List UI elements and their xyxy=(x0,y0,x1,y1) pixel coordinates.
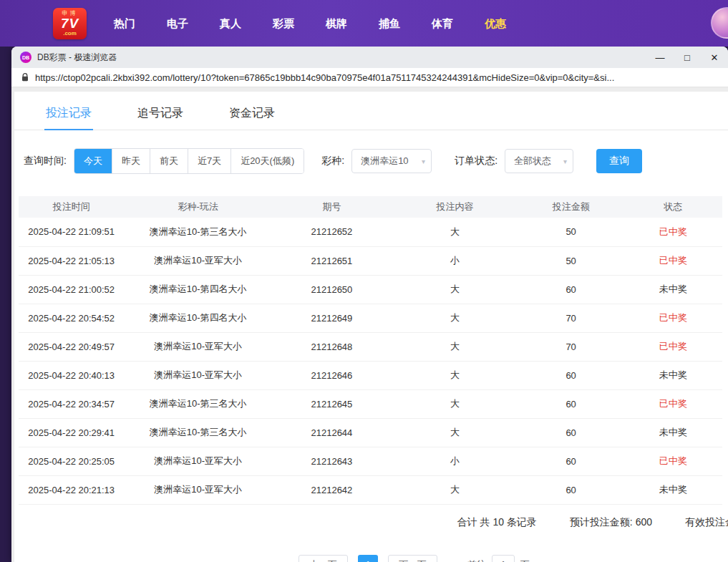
tab-资金记录[interactable]: 资金记录 xyxy=(229,92,275,130)
table-cell: 2025-04-22 20:25:05 xyxy=(19,447,124,475)
table-cell: 21212649 xyxy=(272,304,392,332)
next-page-button[interactable]: 下一页 xyxy=(388,555,437,562)
table-cell: 大 xyxy=(392,332,518,361)
table-cell: 60 xyxy=(518,361,623,389)
table-row: 2025-04-22 20:29:41澳洲幸运10-第三名大小21212644大… xyxy=(19,418,722,447)
summary-total: 合计 共 10 条记录 xyxy=(457,516,537,529)
pagination: 上一页 1 下一页 前往 页 xyxy=(57,555,728,562)
goto-page-input[interactable] xyxy=(492,555,515,562)
site-logo[interactable]: 申博 7V .com xyxy=(53,8,87,39)
table-cell: 2025-04-22 20:40:13 xyxy=(19,361,124,389)
nav-item-电子[interactable]: 电子 xyxy=(151,0,204,47)
table-cell: 21212642 xyxy=(272,475,392,504)
status-cell: 已中奖 xyxy=(623,304,722,332)
table-cell: 大 xyxy=(392,389,518,418)
time-filter-chip[interactable]: 近20天(低频) xyxy=(230,149,304,173)
goto-label: 前往 xyxy=(467,558,486,562)
nav-item-真人[interactable]: 真人 xyxy=(204,0,257,47)
table-header-cell: 投注内容 xyxy=(392,196,518,218)
table-body: 2025-04-22 21:09:51澳洲幸运10-第三名大小21212652大… xyxy=(19,218,722,504)
time-filter-label: 查询时间: xyxy=(24,155,67,168)
table-row: 2025-04-22 20:49:57澳洲幸运10-亚军大小21212648大7… xyxy=(19,332,722,361)
status-cell: 已中奖 xyxy=(623,218,722,246)
status-cell: 已中奖 xyxy=(623,332,722,361)
url-bar[interactable]: https://ctop02pcali.2kbxi392.com/lottery… xyxy=(11,68,728,87)
query-button[interactable]: 查询 xyxy=(596,149,642,173)
time-filter-chip[interactable]: 昨天 xyxy=(112,149,150,173)
table-cell: 60 xyxy=(518,275,623,304)
current-page-button[interactable]: 1 xyxy=(358,555,378,562)
lock-icon xyxy=(21,73,29,82)
lottery-select[interactable]: 澳洲幸运10 ▾ xyxy=(351,149,432,173)
window-controls: — □ ✕ xyxy=(646,47,728,68)
table-cell: 小 xyxy=(392,447,518,475)
lottery-filter-label: 彩种: xyxy=(321,155,344,168)
time-filter-chip[interactable]: 前天 xyxy=(150,149,188,173)
table-cell: 21212645 xyxy=(272,389,392,418)
table-cell: 澳洲幸运10-第四名大小 xyxy=(124,304,271,332)
table-cell: 澳洲幸运10-第三名大小 xyxy=(124,418,271,447)
logo-sub-text: .com xyxy=(63,30,77,37)
table-cell: 2025-04-22 20:34:57 xyxy=(19,389,124,418)
page-content: 投注记录追号记录资金记录 查询时间: 今天昨天前天近7天近20天(低频) 彩种:… xyxy=(11,87,728,562)
window-title: DB彩票 - 极速浏览器 xyxy=(37,52,117,64)
table-cell: 60 xyxy=(518,475,623,504)
close-button[interactable]: ✕ xyxy=(701,47,728,68)
table-cell: 大 xyxy=(392,361,518,389)
records-card: 投注记录追号记录资金记录 查询时间: 今天昨天前天近7天近20天(低频) 彩种:… xyxy=(14,92,728,562)
table-cell: 70 xyxy=(518,332,623,361)
summary-row: 合计 共 10 条记录 预计投注金额: 600 有效投注金额 xyxy=(14,505,728,529)
table-cell: 21212651 xyxy=(272,246,392,275)
table-cell: 澳洲幸运10-第三名大小 xyxy=(124,218,271,246)
status-filter-label: 订单状态: xyxy=(455,155,498,168)
table-cell: 21212644 xyxy=(272,418,392,447)
table-cell: 2025-04-22 21:05:13 xyxy=(19,246,124,275)
time-filter-chip[interactable]: 今天 xyxy=(74,149,112,173)
table-header-cell: 投注时间 xyxy=(19,196,124,218)
maximize-button[interactable]: □ xyxy=(674,47,701,68)
table-cell: 大 xyxy=(392,418,518,447)
nav-item-棋牌[interactable]: 棋牌 xyxy=(310,0,363,47)
table-cell: 澳洲幸运10-第三名大小 xyxy=(124,389,271,418)
table-cell: 2025-04-22 21:00:52 xyxy=(19,275,124,304)
tab-追号记录[interactable]: 追号记录 xyxy=(137,92,183,130)
browser-window: DB DB彩票 - 极速浏览器 — □ ✕ https://ctop02pcal… xyxy=(11,47,728,562)
nav-item-捕鱼[interactable]: 捕鱼 xyxy=(363,0,416,47)
prev-page-button[interactable]: 上一页 xyxy=(299,555,348,562)
table-cell: 小 xyxy=(392,246,518,275)
table-row: 2025-04-22 20:34:57澳洲幸运10-第三名大小21212645大… xyxy=(19,389,722,418)
table-row: 2025-04-22 21:05:13澳洲幸运10-亚军大小21212651小5… xyxy=(19,246,722,275)
table-cell: 60 xyxy=(518,418,623,447)
table-cell: 大 xyxy=(392,304,518,332)
table-cell: 澳洲幸运10-亚军大小 xyxy=(124,447,271,475)
nav-item-体育[interactable]: 体育 xyxy=(416,0,469,47)
logo-main-text: 7V xyxy=(61,16,79,30)
status-select-value: 全部状态 xyxy=(514,155,551,168)
table-cell: 大 xyxy=(392,275,518,304)
minimize-button[interactable]: — xyxy=(646,47,674,68)
table-row: 2025-04-22 20:21:13澳洲幸运10-亚军大小21212642大6… xyxy=(19,475,722,504)
status-select[interactable]: 全部状态 ▾ xyxy=(505,149,573,173)
nav-item-热门[interactable]: 热门 xyxy=(98,0,151,47)
table-cell: 大 xyxy=(392,475,518,504)
user-avatar[interactable] xyxy=(711,7,728,39)
table-cell: 21212646 xyxy=(272,361,392,389)
time-filter-chip[interactable]: 近7天 xyxy=(188,149,230,173)
nav-item-彩票[interactable]: 彩票 xyxy=(257,0,310,47)
table-row: 2025-04-22 21:09:51澳洲幸运10-第三名大小21212652大… xyxy=(19,218,722,246)
table-cell: 澳洲幸运10-亚军大小 xyxy=(124,361,271,389)
nav-item-优惠[interactable]: 优惠 xyxy=(469,0,522,47)
table-cell: 澳洲幸运10-亚军大小 xyxy=(124,475,271,504)
goto-unit: 页 xyxy=(520,558,530,562)
table-row: 2025-04-22 20:40:13澳洲幸运10-亚军大小21212646大6… xyxy=(19,361,722,389)
tab-投注记录[interactable]: 投注记录 xyxy=(46,92,92,130)
chevron-down-icon: ▾ xyxy=(563,158,567,165)
table-header-cell: 彩种-玩法 xyxy=(124,196,271,218)
records-table: 投注时间彩种-玩法期号投注内容投注金额状态 2025-04-22 21:09:5… xyxy=(19,196,722,505)
table-header-row: 投注时间彩种-玩法期号投注内容投注金额状态 xyxy=(19,196,722,218)
status-cell: 未中奖 xyxy=(623,275,722,304)
table-cell: 澳洲幸运10-亚军大小 xyxy=(124,246,271,275)
table-cell: 2025-04-22 20:29:41 xyxy=(19,418,124,447)
table-cell: 2025-04-22 20:49:57 xyxy=(19,332,124,361)
filter-bar: 查询时间: 今天昨天前天近7天近20天(低频) 彩种: 澳洲幸运10 ▾ 订单状… xyxy=(14,130,728,174)
